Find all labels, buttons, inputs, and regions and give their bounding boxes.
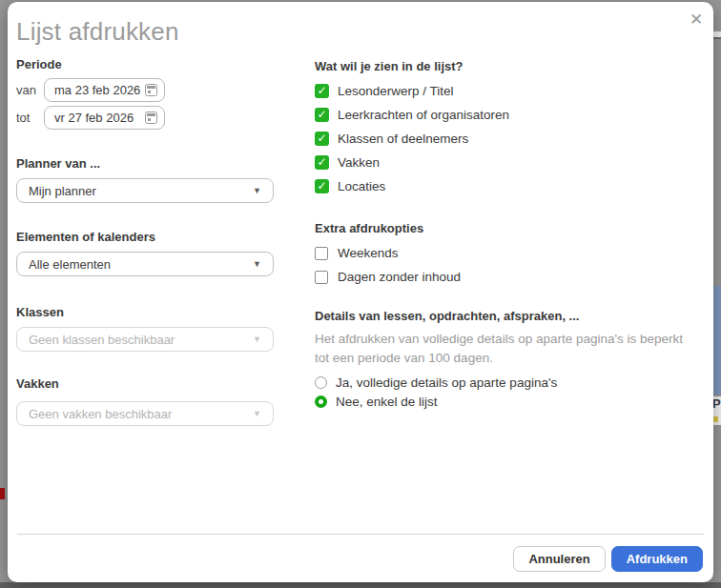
details-description: Het afdrukken van volledige details op a… (315, 330, 689, 368)
dialog-title: Lijst afdrukken (16, 17, 179, 47)
date-to-input[interactable]: vr 27 feb 2026 (44, 106, 165, 130)
checkbox-weekends[interactable]: Weekends (315, 246, 689, 260)
date-from-value: ma 23 feb 2026 (54, 83, 140, 97)
elementen-selected-value: Alle elementen (29, 257, 111, 272)
klassen-placeholder: Geen klassen beschikbaar (29, 333, 175, 347)
radio-list-only[interactable]: Nee, enkel de lijst (315, 395, 689, 409)
print-button[interactable]: Afdrukken (611, 546, 703, 572)
checkbox-checked-icon[interactable] (315, 84, 329, 98)
checkbox-checked-icon[interactable] (315, 155, 329, 170)
checkbox-checked-icon[interactable] (315, 108, 329, 122)
planner-heading: Planner van ... (16, 156, 274, 172)
checkbox-checked-icon[interactable] (315, 132, 329, 146)
klassen-heading: Klassen (16, 305, 274, 320)
checkbox-label: Lesonderwerp / Titel (338, 84, 454, 98)
extra-options-heading: Extra afdrukopties (315, 221, 689, 236)
print-list-dialog: Lijst afdrukken ✕ Periode van ma 23 feb … (8, 2, 713, 582)
radio-selected-icon[interactable] (315, 395, 327, 408)
radio-unselected-icon[interactable] (315, 376, 327, 389)
close-icon[interactable]: ✕ (686, 10, 707, 30)
chevron-down-icon: ▼ (253, 335, 261, 344)
checkbox-checked-icon[interactable] (315, 179, 329, 193)
checkbox-label: Locaties (338, 179, 385, 193)
dialog-footer: Annuleren Afdrukken (8, 534, 713, 582)
backdrop-red-fragment (0, 488, 5, 499)
cancel-button[interactable]: Annuleren (513, 546, 605, 572)
checkbox-label: Vakken (338, 155, 380, 170)
checkbox-vakken[interactable]: Vakken (315, 155, 689, 170)
checkbox-locaties[interactable]: Locaties (315, 179, 689, 193)
vakken-placeholder: Geen vakken beschikbaar (29, 407, 172, 421)
backdrop-yellow-fragment (713, 416, 718, 422)
checkbox-klassen-deelnemers[interactable]: Klassen of deelnemers (315, 132, 689, 146)
right-column: Wat wil je zien in de lijst? Lesonderwer… (315, 59, 689, 409)
checkbox-leerkrachten[interactable]: Leerkrachten of organisatoren (315, 108, 689, 122)
checkbox-label: Dagen zonder inhoud (338, 270, 461, 284)
left-column: Periode van ma 23 feb 2026 tot vr 27 feb… (16, 57, 274, 426)
footer-buttons: Annuleren Afdrukken (513, 546, 703, 572)
chevron-down-icon: ▼ (253, 259, 261, 269)
checkbox-label: Weekends (338, 246, 399, 260)
checkbox-unchecked-icon[interactable] (315, 271, 328, 284)
checkbox-label: Leerkrachten of organisatoren (338, 108, 509, 122)
chevron-down-icon: ▼ (253, 186, 261, 195)
date-from-input[interactable]: ma 23 feb 2026 (44, 78, 165, 102)
footer-divider (17, 534, 704, 535)
elementen-select[interactable]: Alle elementen ▼ (16, 252, 274, 276)
calendar-icon[interactable] (145, 84, 157, 96)
periode-heading: Periode (16, 57, 274, 72)
vakken-select: Geen vakken beschikbaar ▼ (16, 401, 274, 426)
backdrop-blue-fragment (712, 286, 721, 395)
radio-full-details[interactable]: Ja, volledige details op aparte pagina's (315, 375, 689, 390)
date-from-row: van ma 23 feb 2026 (16, 78, 274, 102)
checkbox-label: Klassen of deelnemers (338, 132, 468, 146)
checkbox-unchecked-icon[interactable] (315, 247, 328, 260)
radio-label: Nee, enkel de lijst (336, 395, 438, 409)
planner-selected-value: Mijn planner (29, 184, 96, 198)
date-to-row: tot vr 27 feb 2026 (16, 106, 274, 130)
backdrop-chip-fragment (713, 31, 721, 39)
elementen-heading: Elementen of kalenders (16, 230, 274, 245)
chevron-down-icon: ▼ (253, 409, 261, 418)
backdrop-bottom-strip (0, 582, 721, 588)
planner-select[interactable]: Mijn planner ▼ (16, 178, 274, 203)
klassen-select: Geen klassen beschikbaar ▼ (16, 327, 274, 352)
date-from-label: van (16, 83, 44, 97)
checkbox-dagen-zonder-inhoud[interactable]: Dagen zonder inhoud (315, 270, 689, 284)
list-options-heading: Wat wil je zien in de lijst? (315, 59, 689, 74)
radio-label: Ja, volledige details op aparte pagina's (336, 375, 557, 390)
date-to-label: tot (16, 111, 44, 125)
vakken-heading: Vakken (16, 376, 274, 392)
details-heading: Details van lessen, opdrachten, afsprake… (315, 309, 689, 324)
date-to-value: vr 27 feb 2026 (54, 111, 134, 125)
calendar-icon[interactable] (145, 112, 157, 124)
checkbox-lesonderwerp[interactable]: Lesonderwerp / Titel (315, 84, 689, 98)
